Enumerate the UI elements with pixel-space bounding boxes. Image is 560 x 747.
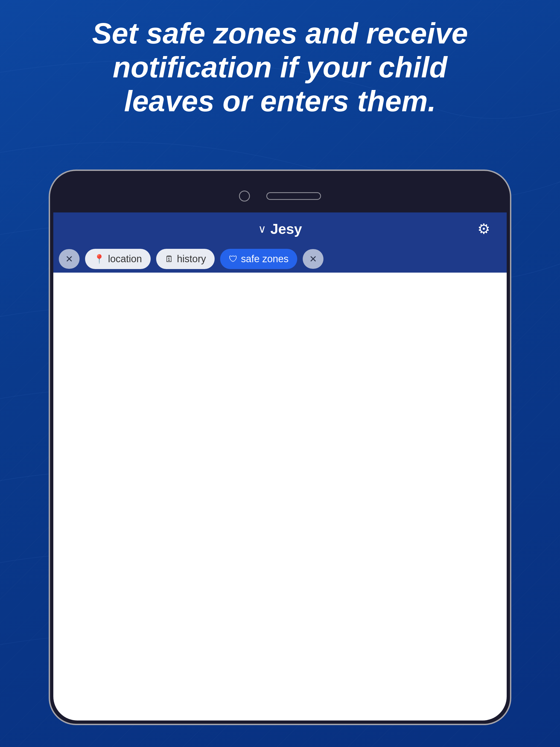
tab-location[interactable]: 📍 location <box>85 249 151 269</box>
headline-line1: Set safe zones and receive <box>22 17 538 50</box>
headline-line2: notification if your child <box>22 50 538 84</box>
settings-icon[interactable]: ⚙ <box>478 221 490 237</box>
phone-inner: ∨ Jesy ⚙ ✕ 📍 location 🗓 history 🛡 <box>53 174 507 720</box>
app-screen: ∨ Jesy ⚙ ✕ 📍 location 🗓 history 🛡 <box>53 212 507 720</box>
app-title: Jesy <box>271 221 302 237</box>
app-header: ∨ Jesy ⚙ <box>53 212 507 245</box>
front-camera <box>239 190 250 202</box>
headline-line3: leaves or enters them. <box>22 84 538 118</box>
phone-top-bar <box>53 185 507 207</box>
tab-history-label: history <box>177 253 206 265</box>
location-tab-icon: 📍 <box>94 254 105 264</box>
x-tab-label: ✕ <box>65 254 73 264</box>
tab-bar: ✕ 📍 location 🗓 history 🛡 safe zones ✕ <box>53 245 507 273</box>
s-tab-label: ✕ <box>309 254 317 264</box>
history-tab-icon: 🗓 <box>165 254 174 264</box>
tab-safe-zones-label: safe zones <box>241 253 288 265</box>
headline: Set safe zones and receive notification … <box>22 17 538 119</box>
tab-history[interactable]: 🗓 history <box>156 249 215 269</box>
tab-x[interactable]: ✕ <box>59 249 80 269</box>
speaker <box>266 192 321 200</box>
tab-location-label: location <box>108 253 142 265</box>
tab-safe-zones[interactable]: 🛡 safe zones <box>220 249 297 269</box>
phone-frame: ∨ Jesy ⚙ ✕ 📍 location 🗓 history 🛡 <box>49 170 511 725</box>
tab-s[interactable]: ✕ <box>303 249 324 269</box>
safe-zones-tab-icon: 🛡 <box>229 254 238 264</box>
dropdown-chevron-icon[interactable]: ∨ <box>258 223 266 235</box>
